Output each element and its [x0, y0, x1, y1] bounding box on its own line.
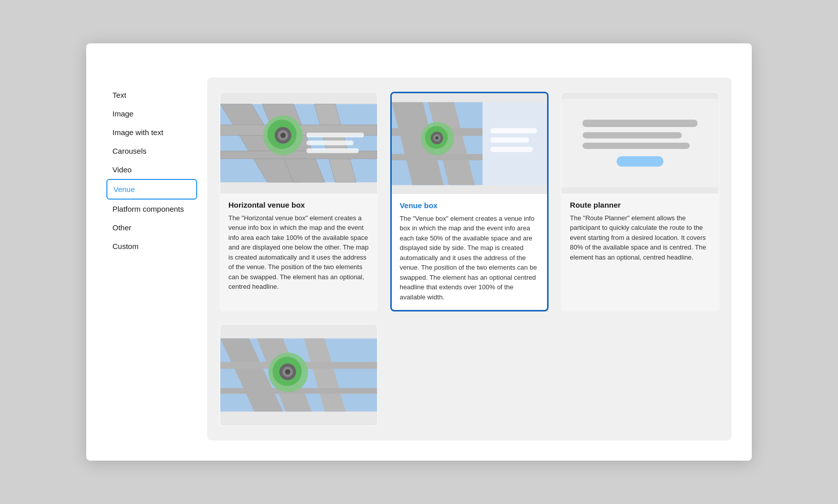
svg-rect-30 [583, 132, 682, 138]
svg-rect-13 [307, 148, 359, 153]
content-area: Horizontal venue boxThe "Horizontal venu… [207, 78, 732, 441]
sidebar-item-text[interactable]: Text [106, 86, 197, 104]
card-preview-map-only [220, 325, 377, 425]
card-info-venue-box: Venue boxThe "Venue box" element creates… [392, 194, 548, 310]
sidebar-item-image-with-text[interactable]: Image with text [106, 123, 197, 142]
card-info-horizontal-venue-box: Horizontal venue boxThe "Horizontal venu… [220, 194, 377, 300]
card-desc-horizontal-venue-box: The "Horizontal venue box" element creat… [228, 213, 369, 292]
sidebar-item-image[interactable]: Image [106, 104, 197, 123]
card-horizontal-venue-box[interactable]: Horizontal venue boxThe "Horizontal venu… [219, 92, 378, 312]
sidebar-item-platform-components[interactable]: Platform components [106, 200, 197, 218]
card-title-horizontal-venue-box: Horizontal venue box [228, 201, 369, 209]
card-desc-venue-box: The "Venue box" element creates a venue … [400, 214, 540, 302]
cards-grid: Horizontal venue boxThe "Horizontal venu… [219, 92, 720, 312]
cards-grid-bottom [219, 324, 720, 426]
svg-point-23 [435, 136, 438, 139]
svg-point-43 [285, 369, 290, 374]
sidebar-item-custom[interactable]: Custom [106, 237, 197, 256]
svg-rect-11 [307, 133, 364, 137]
svg-rect-29 [583, 119, 698, 127]
svg-point-10 [280, 133, 285, 138]
svg-rect-24 [483, 102, 548, 185]
sidebar-item-other[interactable]: Other [106, 218, 197, 237]
modal-body: TextImageImage with textCarouselsVideoVe… [106, 78, 732, 441]
card-info-route-planner: Route plannerThe "Route Planner" element… [562, 194, 719, 271]
svg-rect-31 [583, 143, 690, 149]
sidebar-item-carousels[interactable]: Carousels [106, 142, 197, 160]
svg-rect-32 [617, 156, 664, 167]
svg-rect-25 [490, 128, 537, 133]
card-empty-0 [390, 324, 549, 426]
card-title-route-planner: Route planner [570, 201, 710, 209]
sidebar-item-venue[interactable]: Venue [106, 179, 197, 200]
svg-rect-26 [490, 137, 529, 142]
sidebar: TextImageImage with textCarouselsVideoVe… [106, 78, 207, 441]
card-preview-horizontal-venue-box [220, 93, 377, 194]
modal: TextImageImage with textCarouselsVideoVe… [86, 43, 752, 461]
card-route-planner[interactable]: Route plannerThe "Route Planner" element… [561, 92, 720, 312]
card-map-only[interactable] [219, 324, 378, 426]
card-empty-1 [561, 324, 720, 426]
card-venue-box[interactable]: Venue boxThe "Venue box" element creates… [390, 92, 549, 312]
sidebar-nav: TextImageImage with textCarouselsVideoVe… [106, 86, 197, 256]
card-preview-route-planner [562, 93, 719, 194]
card-desc-route-planner: The "Route Planner" element allows the p… [570, 213, 710, 263]
card-preview-venue-box [392, 93, 548, 194]
svg-rect-27 [490, 147, 532, 152]
card-title-venue-box: Venue box [400, 201, 540, 210]
svg-rect-12 [307, 141, 353, 145]
sidebar-item-video[interactable]: Video [106, 160, 197, 179]
